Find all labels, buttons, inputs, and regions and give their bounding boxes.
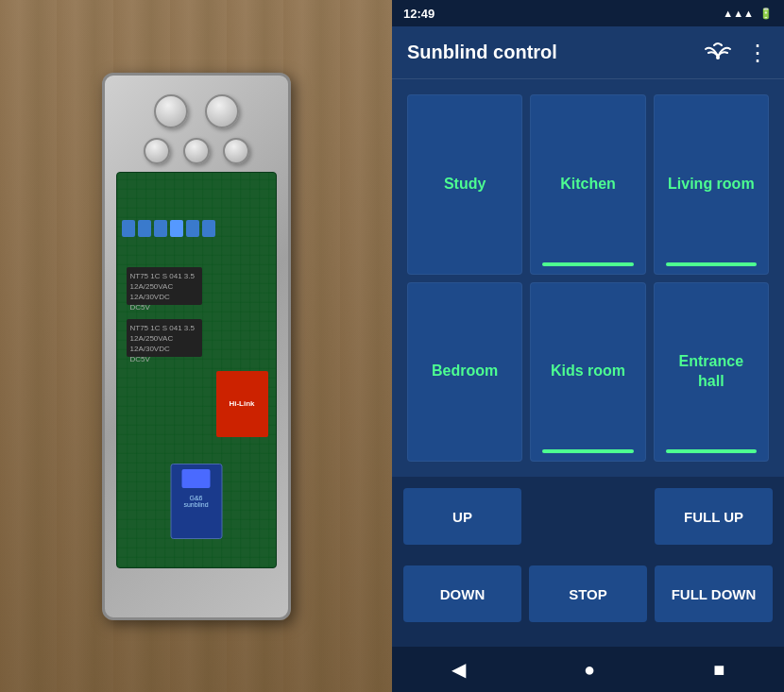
room-tile-living-room[interactable]: Living room bbox=[654, 94, 769, 275]
cable-gland-1 bbox=[154, 94, 188, 128]
nav-bar: ◀ ● ■ bbox=[392, 647, 784, 692]
controls-area: UP FULL UP DOWN STOP FULL DOWN bbox=[392, 477, 784, 647]
android-app: 12:49 ▲▲▲ 🔋 Sunblind control ⋮ bbox=[392, 0, 784, 692]
room-name-entrance-hall: Entrance hall bbox=[666, 352, 757, 392]
full-up-button[interactable]: FULL UP bbox=[655, 488, 773, 545]
back-button[interactable]: ◀ bbox=[452, 658, 466, 681]
wifi-module: G&6sunblind bbox=[170, 464, 222, 539]
cable-gland-2 bbox=[205, 94, 239, 128]
header-icons: ⋮ bbox=[705, 40, 769, 66]
connectivity-icon[interactable] bbox=[705, 40, 731, 66]
full-down-button[interactable]: FULL DOWN bbox=[655, 565, 773, 622]
relay-2: NT75 1C S 041 3.512A/250VAC12A/30VDCDC5V bbox=[127, 319, 202, 357]
room-tile-bedroom[interactable]: Bedroom bbox=[407, 282, 522, 463]
recent-button[interactable]: ■ bbox=[713, 659, 724, 681]
clock: 12:49 bbox=[403, 7, 435, 21]
room-indicator-living-room bbox=[666, 262, 757, 266]
stop-button[interactable]: STOP bbox=[529, 565, 647, 622]
status-icons: ▲▲▲ 🔋 bbox=[723, 8, 773, 20]
hilink-module: Hi-Link bbox=[216, 371, 268, 437]
electronics-enclosure: NT75 1C S 041 3.512A/250VAC12A/30VDCDC5V… bbox=[102, 73, 291, 620]
signal-icon: ▲▲▲ bbox=[723, 8, 754, 19]
svg-point-0 bbox=[716, 56, 720, 59]
relay-1: NT75 1C S 041 3.512A/250VAC12A/30VDCDC5V bbox=[127, 267, 202, 305]
cable-gland-4 bbox=[183, 138, 210, 164]
room-name-kitchen: Kitchen bbox=[560, 175, 616, 194]
rooms-grid: Study Kitchen Living room Bedroom Kids r… bbox=[392, 79, 784, 477]
pcb-board: NT75 1C S 041 3.512A/250VAC12A/30VDCDC5V… bbox=[116, 172, 277, 568]
cable-gland-5 bbox=[223, 138, 249, 164]
battery-icon: 🔋 bbox=[759, 8, 773, 20]
cable-glands-row2 bbox=[144, 138, 249, 164]
app-header: Sunblind control ⋮ bbox=[392, 26, 784, 79]
room-indicator-kitchen bbox=[542, 262, 633, 266]
up-button[interactable]: UP bbox=[403, 488, 521, 545]
down-button[interactable]: DOWN bbox=[403, 565, 521, 622]
controls-empty-1 bbox=[529, 488, 647, 558]
menu-icon[interactable]: ⋮ bbox=[746, 40, 769, 66]
room-name-kids-room: Kids room bbox=[551, 362, 625, 381]
room-tile-kitchen[interactable]: Kitchen bbox=[530, 94, 645, 275]
room-name-study: Study bbox=[444, 175, 486, 194]
cable-glands-top bbox=[154, 94, 239, 128]
room-indicator-entrance-hall bbox=[666, 449, 757, 453]
room-tile-study[interactable]: Study bbox=[407, 94, 522, 275]
cable-gland-3 bbox=[144, 138, 170, 164]
terminal-blocks bbox=[122, 220, 215, 237]
app-title: Sunblind control bbox=[407, 42, 557, 63]
status-bar: 12:49 ▲▲▲ 🔋 bbox=[392, 0, 784, 26]
room-name-bedroom: Bedroom bbox=[432, 362, 498, 381]
room-tile-entrance-hall[interactable]: Entrance hall bbox=[654, 282, 769, 463]
home-button[interactable]: ● bbox=[584, 659, 595, 681]
room-indicator-kids-room bbox=[542, 449, 633, 453]
room-tile-kids-room[interactable]: Kids room bbox=[530, 282, 645, 463]
room-name-living-room: Living room bbox=[668, 175, 755, 194]
hardware-photo: NT75 1C S 041 3.512A/250VAC12A/30VDCDC5V… bbox=[0, 0, 392, 692]
